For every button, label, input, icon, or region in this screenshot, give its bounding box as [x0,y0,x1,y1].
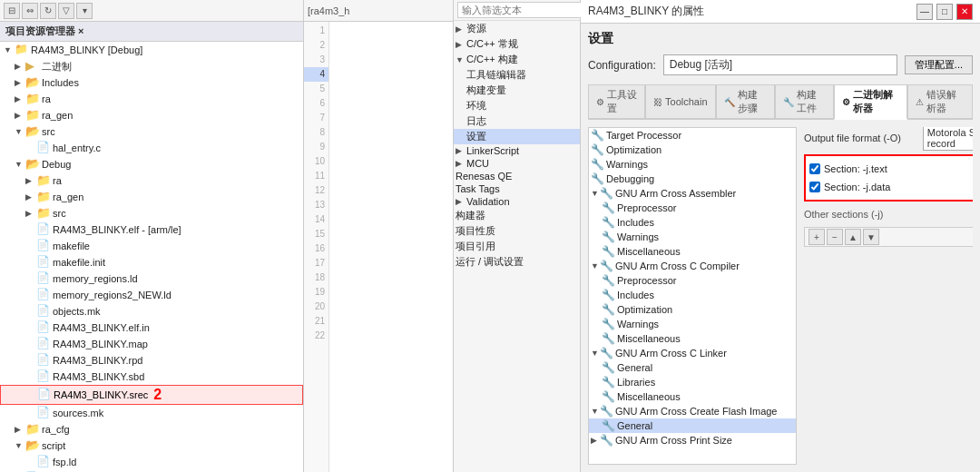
tp-compiler-optimization[interactable]: 🔧 Optimization [589,302,796,317]
menu-item-log[interactable]: 日志 [454,113,580,129]
tp-gnu-assembler[interactable]: ▼ 🔧 GNU Arm Cross Assembler [589,186,796,201]
menu-item-settings[interactable]: 设置 [454,129,580,144]
tab-binary-parser[interactable]: ⚙ 二进制解析器 [834,84,907,120]
close-button[interactable]: ✕ [956,4,973,20]
expand-arrow[interactable]: ▼ [15,127,25,136]
tree-item-debug-ra_gen[interactable]: ▶ 📁 ra_gen [0,189,303,205]
tree-item-hal_entry[interactable]: ▶ 📄 hal_entry.c [0,140,303,156]
toolbar-btn-sync[interactable]: ↻ [40,3,56,19]
menu-item-renesas-qe[interactable]: Renesas QE [454,170,580,182]
tp-compiler-includes[interactable]: 🔧 Includes [589,288,796,302]
tree-item-memory_regions2[interactable]: ▶ 📄 memory_regions2_NEW.ld [0,287,303,303]
tp-expand[interactable]: ▼ [591,189,600,198]
sections-up-btn[interactable]: ▲ [845,229,861,245]
tp-flash-general[interactable]: 🔧 General [589,418,796,433]
filter-input[interactable] [457,2,592,18]
menu-item-build-vars[interactable]: 构建变量 [454,83,580,98]
tp-assembler-misc[interactable]: 🔧 Miscellaneous [589,244,796,259]
tree-item-includes[interactable]: ▶ 📂 Includes [0,74,303,91]
settings-tree-pane[interactable]: 🔧 Target Processor 🔧 Optimization 🔧 Warn… [588,127,797,465]
tp-gnu-print-size[interactable]: ▶ 🔧 GNU Arm Cross Print Size [589,433,796,447]
tp-gnu-c-linker[interactable]: ▼ 🔧 GNU Arm Cross C Linker [589,346,796,360]
tree-item-src[interactable]: ▼ 📂 src [0,123,303,140]
toolbar-btn-collapse[interactable]: ⊟ [4,3,20,19]
tree-item-sources_mk[interactable]: ▶ 📄 sources.mk [0,405,303,421]
tree-item-makefile[interactable]: ▶ 📄 makefile [0,238,303,254]
minimize-button[interactable]: — [916,4,933,20]
tp-linker-libraries[interactable]: 🔧 Libraries [589,375,796,389]
menu-item-tool-editor[interactable]: 工具链编辑器 [454,67,580,83]
tree-item-blinky-sbd[interactable]: ▶ 📄 RA4M3_BLINKY.sbd [0,369,303,385]
tree-item-fsp_ld[interactable]: ▶ 📄 fsp.ld [0,454,303,470]
menu-item-builder[interactable]: 构建器 [454,208,580,223]
section-jdata-checkbox[interactable] [809,182,820,192]
tree-item-ra_gen[interactable]: ▶ 📁 ra_gen [0,107,303,123]
section-jtext-checkbox[interactable] [809,163,820,174]
tp-expand[interactable]: ▼ [591,349,600,358]
tree-item-blinky-elf-in[interactable]: ▶ 📄 RA4M3_BLINKY.elf.in [0,320,303,336]
expand-arrow[interactable]: ▶ [15,78,25,87]
manage-config-button[interactable]: 管理配置... [905,55,973,74]
tp-assembler-includes[interactable]: 🔧 Includes [589,215,796,230]
expand-arrow[interactable]: ▶ [15,94,25,103]
menu-item-project-refs[interactable]: 项目引用 [454,239,580,254]
menu-item-project-props[interactable]: 项目性质 [454,223,580,239]
tp-compiler-misc[interactable]: 🔧 Miscellaneous [589,331,796,346]
tp-optimization[interactable]: 🔧 Optimization [589,143,796,157]
tree-item-blinky-srec[interactable]: ▶ 📄 RA4M3_BLINKY.srec 2 [0,385,303,405]
tp-assembler-warnings[interactable]: 🔧 Warnings [589,230,796,244]
expand-arrow[interactable]: ▶ [25,176,36,185]
tp-expand[interactable]: ▶ [591,436,600,445]
sections-remove-btn[interactable]: − [827,229,843,245]
tab-tool-settings[interactable]: ⚙ 工具设置 [588,84,645,118]
menu-item-run-debug[interactable]: 运行 / 调试设置 [454,254,580,270]
menu-item-linker-script[interactable]: ▶ LinkerScript [454,144,580,157]
expand-arrow[interactable]: ▶ [15,111,25,120]
tree-item-elf[interactable]: ▶ 📄 RA4M3_BLINKY.elf - [arm/le] [0,221,303,238]
tree-item-makefile-init[interactable]: ▶ 📄 makefile.init [0,254,303,270]
editor-text-area[interactable] [329,22,453,472]
expand-arrow[interactable]: ▼ [15,160,25,169]
tp-expand[interactable]: ▼ [591,261,600,270]
tree-item-root[interactable]: ▼ 📁 RA4M3_BLINKY [Debug] [0,42,303,58]
menu-item-resources[interactable]: ▶ 资源 [454,21,580,36]
expand-arrow[interactable]: ▶ [15,62,25,71]
toolbar-btn-filter[interactable]: ▽ [58,3,74,19]
menu-item-validation[interactable]: ▶ Validation [454,195,580,208]
tab-build-artifact[interactable]: 🔧 构建工件 [775,84,834,118]
tp-expand[interactable]: ▼ [591,407,600,416]
tp-compiler-warnings[interactable]: 🔧 Warnings [589,317,796,331]
tree-item-debug-ra[interactable]: ▶ 📁 ra [0,172,303,189]
tp-warnings[interactable]: 🔧 Warnings [589,157,796,172]
menu-item-mcu[interactable]: ▶ MCU [454,157,580,170]
tree-item-debug-src[interactable]: ▶ 📁 src [0,205,303,221]
tree-item-debug[interactable]: ▼ 📂 Debug [0,156,303,172]
tp-compiler-preprocessor[interactable]: 🔧 Preprocessor [589,273,796,288]
expand-arrow[interactable]: ▼ [15,441,25,450]
tab-error-parser[interactable]: ⚠ 错误解析器 [907,84,973,118]
tp-linker-misc[interactable]: 🔧 Miscellaneous [589,389,796,404]
tree-item-ra_cfg[interactable]: ▶ 📁 ra_cfg [0,421,303,438]
project-tree[interactable]: ▼ 📁 RA4M3_BLINKY [Debug] ▶ ▶ 二进制 ▶ 📂 Inc… [0,42,303,472]
maximize-button[interactable]: □ [936,4,953,20]
tp-linker-general[interactable]: 🔧 General [589,360,796,375]
sections-down-btn[interactable]: ▼ [863,229,879,245]
tree-item-binary[interactable]: ▶ ▶ 二进制 [0,58,303,74]
tree-item-blinky-rpd[interactable]: ▶ 📄 RA4M3_BLINKY.rpd [0,352,303,369]
tp-gnu-c-compiler[interactable]: ▼ 🔧 GNU Arm Cross C Compiler [589,259,796,273]
tree-item-ra[interactable]: ▶ 📁 ra [0,91,303,107]
toolbar-btn-menu[interactable]: ▾ [76,3,93,19]
tree-item-memory_regions[interactable]: ▶ 📄 memory_regions.ld [0,270,303,287]
tree-item-objects[interactable]: ▶ 📄 objects.mk [0,303,303,320]
expand-arrow[interactable]: ▶ [15,425,25,434]
tp-gnu-flash-image[interactable]: ▼ 🔧 GNU Arm Cross Create Flash Image [589,404,796,418]
tree-item-blinky-map[interactable]: ▶ 📄 RA4M3_BLINKY.map [0,336,303,352]
sections-add-btn[interactable]: + [808,229,825,245]
toolbar-btn-link[interactable]: ⇔ [22,3,38,19]
tp-target-processor[interactable]: 🔧 Target Processor [589,128,796,143]
expand-arrow[interactable]: ▼ [4,45,15,54]
tp-debugging[interactable]: 🔧 Debugging [589,172,796,186]
menu-item-task-tags[interactable]: Task Tags [454,182,580,195]
expand-arrow[interactable]: ▶ [25,192,36,202]
tree-item-script[interactable]: ▼ 📂 script [0,438,303,454]
